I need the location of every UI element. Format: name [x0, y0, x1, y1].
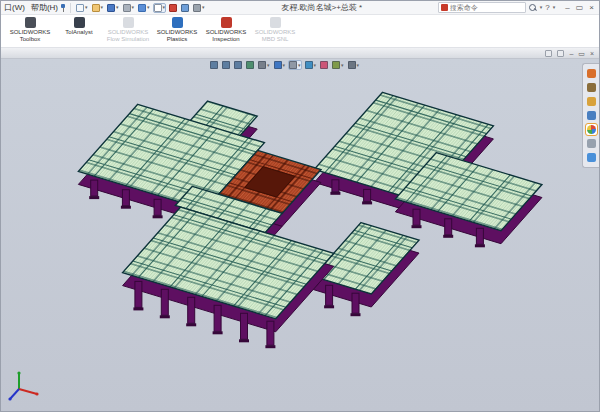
taskpane-tab-user-forum[interactable]: [586, 152, 597, 163]
divider: [70, 3, 71, 13]
search-dropdown-icon[interactable]: ▾: [540, 5, 543, 10]
restore-button[interactable]: ▭: [576, 4, 584, 12]
taskpane-tab-view-palette[interactable]: [586, 110, 597, 121]
task-pane-tabs: [582, 63, 599, 168]
help-dropdown-icon[interactable]: ▾: [553, 5, 556, 10]
options-dropdown-icon[interactable]: ▾: [202, 5, 205, 10]
file-properties-button[interactable]: [180, 3, 190, 13]
section-view-button[interactable]: [245, 60, 255, 70]
view-orientation-dropdown-icon[interactable]: ▾: [283, 63, 286, 68]
solidworks-window: 口(W)帮助(H) ▾▾▾▾▾▾▾ 友程.欧尚名城>+总装 * ▾ ? ▾ –▭…: [0, 0, 600, 412]
appearances-scenes-icon: [587, 125, 596, 134]
edit-appearance-button[interactable]: [319, 60, 329, 70]
hide-show-items-dropdown-icon[interactable]: ▾: [314, 63, 317, 68]
save-button[interactable]: ▾: [106, 3, 120, 13]
taskpane-tab-appearances-scenes[interactable]: [586, 124, 597, 135]
new-button[interactable]: ▾: [75, 3, 89, 13]
display-style-button[interactable]: ▾: [288, 60, 302, 70]
taskpane-tab-design-library[interactable]: [586, 82, 597, 93]
doc-window-button-a[interactable]: [545, 50, 552, 57]
apply-scene-button[interactable]: ▾: [331, 60, 345, 70]
minimize-button[interactable]: –: [565, 4, 569, 12]
undo-icon: [138, 4, 146, 12]
addins-toolbar: SOLIDWORKS ToolboxTolAnalystSOLIDWORKS F…: [1, 15, 599, 48]
close-button[interactable]: ×: [589, 4, 594, 12]
window-controls: –▭×: [565, 4, 594, 12]
addin-label: SOLIDWORKS MBD SNL: [252, 29, 298, 42]
print-button[interactable]: ▾: [122, 3, 136, 13]
zoom-to-area-button[interactable]: [221, 60, 231, 70]
model-3d-assembly[interactable]: [1, 59, 599, 412]
addin-label: SOLIDWORKS Inspection: [203, 29, 249, 42]
view-palette-icon: [587, 111, 596, 120]
headsup-view-toolbar: ▾▾▾▾▾▾: [209, 60, 360, 70]
addin-solidworks-toolbox[interactable]: SOLIDWORKS Toolbox: [7, 17, 53, 42]
addin-solidworks-plastics[interactable]: SOLIDWORKS Plastics: [154, 17, 200, 42]
menu-item-w[interactable]: 口(W): [4, 2, 25, 13]
section-view-icon: [246, 61, 254, 69]
menu-item-h[interactable]: 帮助(H): [31, 2, 58, 13]
solidworks-resources-icon: [587, 69, 596, 78]
save-dropdown-icon[interactable]: ▾: [116, 5, 119, 10]
graphics-area[interactable]: ▾▾▾▾▾▾: [1, 59, 599, 412]
toolbar-strip: – ▭ ×: [1, 48, 599, 59]
dynamic-annotation-views-button[interactable]: ▾: [257, 60, 271, 70]
doc-minimize-button[interactable]: –: [569, 50, 573, 57]
pin-menu-icon[interactable]: [60, 4, 66, 12]
document-title: 友程.欧尚名城>+总装 *: [206, 2, 438, 13]
file-properties-icon: [181, 4, 189, 12]
select-icon: [154, 4, 162, 12]
menubar: 口(W)帮助(H): [1, 2, 58, 13]
view-orientation-button[interactable]: ▾: [273, 60, 287, 70]
new-dropdown-icon[interactable]: ▾: [85, 5, 88, 10]
command-search[interactable]: [438, 2, 526, 13]
taskpane-tab-solidworks-resources[interactable]: [586, 68, 597, 79]
quick-access-toolbar: ▾▾▾▾▾▾▾: [75, 3, 206, 13]
doc-close-button[interactable]: ×: [590, 50, 594, 57]
solidworks-logo-icon: [441, 4, 448, 11]
open-dropdown-icon[interactable]: ▾: [101, 5, 104, 10]
apply-scene-dropdown-icon[interactable]: ▾: [341, 63, 344, 68]
display-style-dropdown-icon[interactable]: ▾: [298, 63, 301, 68]
addin-solidworks-inspection[interactable]: SOLIDWORKS Inspection: [203, 17, 249, 42]
solidworks-flow-simulation-icon: [123, 17, 134, 28]
addin-label: SOLIDWORKS Flow Simulation: [105, 29, 151, 42]
select-button[interactable]: ▾: [153, 3, 167, 13]
undo-dropdown-icon[interactable]: ▾: [147, 5, 150, 10]
search-input[interactable]: [450, 4, 523, 11]
previous-view-icon: [234, 61, 242, 69]
help-button[interactable]: ?: [545, 3, 549, 12]
hide-show-items-button[interactable]: ▾: [304, 60, 318, 70]
undo-button[interactable]: ▾: [137, 3, 151, 13]
rebuild-icon: [169, 4, 177, 12]
solidworks-mbd-snl-icon: [270, 17, 281, 28]
edit-appearance-icon: [320, 61, 328, 69]
tolanalyst-icon: [74, 17, 85, 28]
zoom-to-fit-button[interactable]: [209, 60, 219, 70]
doc-window-button-b[interactable]: [557, 50, 564, 57]
taskpane-tab-custom-properties[interactable]: [586, 138, 597, 149]
taskpane-tab-file-explorer[interactable]: [586, 96, 597, 107]
print-dropdown-icon[interactable]: ▾: [132, 5, 135, 10]
search-icon[interactable]: [529, 4, 537, 12]
addin-tolanalyst[interactable]: TolAnalyst: [56, 17, 102, 36]
search-area: ▾ ? ▾: [438, 2, 555, 13]
axis-z: [10, 389, 19, 399]
options-icon: [193, 4, 201, 12]
addin-solidworks-flow-simulation[interactable]: SOLIDWORKS Flow Simulation: [105, 17, 151, 42]
open-icon: [92, 4, 100, 12]
doc-restore-button[interactable]: ▭: [578, 50, 585, 57]
options-button[interactable]: ▾: [192, 3, 206, 13]
rebuild-button[interactable]: [168, 3, 178, 13]
apply-scene-icon: [332, 61, 340, 69]
view-settings-dropdown-icon[interactable]: ▾: [357, 63, 360, 68]
previous-view-button[interactable]: [233, 60, 243, 70]
design-library-icon: [587, 83, 596, 92]
dynamic-annotation-views-dropdown-icon[interactable]: ▾: [267, 63, 270, 68]
solidworks-inspection-icon: [221, 17, 232, 28]
select-dropdown-icon[interactable]: ▾: [163, 5, 166, 10]
custom-properties-icon: [587, 139, 596, 148]
open-button[interactable]: ▾: [91, 3, 105, 13]
view-settings-button[interactable]: ▾: [347, 60, 361, 70]
addin-solidworks-mbd-snl[interactable]: SOLIDWORKS MBD SNL: [252, 17, 298, 42]
